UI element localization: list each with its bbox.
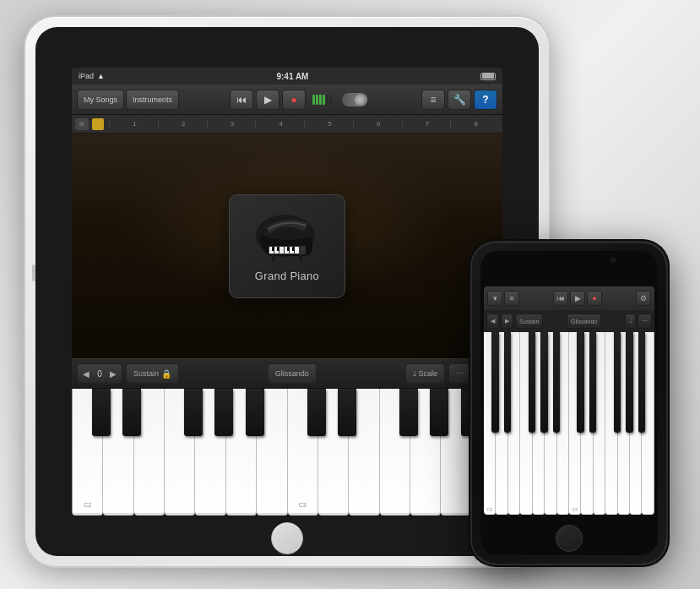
transport-controls: ⏮ ▶ ● (230, 90, 306, 110)
iphone-rewind-icon: ⏮ (557, 294, 565, 303)
octave-up-button[interactable]: ▶ (107, 369, 119, 379)
ruler-mark-7: 7 (402, 120, 451, 128)
glissando-label: Glissando (275, 369, 309, 378)
toolbar-right: ≡ 🔧 ? (421, 90, 497, 110)
iphone-glissando-label: Glissando (571, 319, 597, 324)
record-button[interactable]: ● (282, 90, 306, 110)
svg-rect-12 (272, 254, 275, 261)
iphone-octave-up[interactable]: ▶ (501, 314, 513, 329)
wrench-button[interactable]: 🔧 (448, 90, 471, 110)
iphone-chord-btn[interactable]: ⋯ (638, 314, 652, 329)
chord-button[interactable]: ⋯ (448, 363, 471, 384)
ruler-mark-6: 6 (353, 120, 402, 128)
ruler-mark-4: 4 (255, 120, 304, 128)
iphone-list-icon: ≡ (509, 294, 513, 303)
help-button[interactable]: ? (474, 90, 497, 110)
iphone-black-key[interactable] (614, 332, 621, 433)
lock-icon: 🔒 (161, 369, 171, 379)
meter-bar-3 (319, 95, 322, 105)
scale-button[interactable]: ♩ Scale (405, 363, 446, 384)
iphone-black-key[interactable] (553, 332, 561, 433)
ruler-mark-1: 1 (109, 120, 158, 128)
iphone-down-icon: ▾ (493, 294, 497, 303)
instrument-card[interactable]: Grand Piano (229, 194, 345, 298)
iphone-play-btn[interactable]: ▶ (570, 291, 585, 306)
ipad-device: iPad ▲ 9:41 AM My Songs Instruments (25, 17, 549, 566)
play-button[interactable]: ▶ (256, 90, 279, 110)
iphone-toolbar: ▾ ≡ ⏮ ▶ ● ⚙ (484, 286, 654, 310)
white-key-c2[interactable]: C2 (72, 389, 103, 515)
iphone-black-key[interactable] (491, 332, 499, 433)
iphone-settings-btn[interactable]: ⚙ (636, 291, 651, 306)
white-key-f3[interactable] (380, 389, 410, 515)
iphone-device: ▾ ≡ ⏮ ▶ ● ⚙ (472, 243, 666, 564)
white-key-c3[interactable]: C3 (288, 389, 318, 515)
iphone-key-label-c4: C4 (572, 507, 577, 512)
white-key-b2[interactable] (257, 389, 287, 515)
rewind-button[interactable]: ⏮ (230, 90, 253, 110)
meter-bar-6 (329, 95, 332, 105)
iphone-nav-btn1[interactable]: ▾ (487, 291, 502, 306)
octave-control[interactable]: ◀ 0 ▶ (77, 363, 122, 384)
octave-down-button[interactable]: ◀ (80, 369, 92, 379)
iphone-home-button[interactable] (556, 525, 583, 552)
iphone-record-btn[interactable]: ● (587, 291, 602, 306)
iphone-black-key[interactable] (540, 332, 548, 433)
iphone-nav-btn2[interactable]: ≡ (504, 291, 519, 306)
scene: iPad ▲ 9:41 AM My Songs Instruments (0, 0, 700, 589)
white-key-e2[interactable] (134, 389, 165, 515)
svg-rect-10 (287, 247, 290, 251)
white-key-a3[interactable] (441, 389, 471, 515)
white-key-f2[interactable] (165, 389, 195, 515)
controls-strip: ◀ 0 ▶ Sustain 🔒 Glissando ♩ Scale (72, 358, 502, 389)
white-key-g2[interactable] (195, 389, 225, 515)
white-key-e3[interactable] (349, 389, 379, 515)
battery-icon (480, 73, 496, 80)
iphone-black-key[interactable] (577, 332, 584, 433)
iphone-key-label-c3: C3 (487, 507, 492, 512)
meter-bar-2 (316, 95, 318, 105)
instruments-button[interactable]: Instruments (126, 90, 179, 110)
iphone-rewind-btn[interactable]: ⏮ (553, 291, 568, 306)
my-songs-button[interactable]: My Songs (77, 90, 124, 110)
white-key-a2[interactable] (226, 389, 257, 515)
white-key-d3[interactable] (318, 389, 349, 515)
scale-icon: ♩ (413, 369, 416, 378)
sustain-button[interactable]: Sustain 🔒 (126, 363, 179, 384)
key-label-c2: C2 (84, 502, 91, 508)
white-key-d2[interactable] (103, 389, 133, 515)
time-display: 9:41 AM (276, 72, 308, 81)
svg-rect-13 (299, 254, 302, 261)
iphone-glissando-btn[interactable]: Glissando (567, 314, 601, 329)
iphone-sustain-btn[interactable]: Sustain (515, 314, 543, 329)
iphone-black-key[interactable] (504, 332, 512, 433)
status-bar: iPad ▲ 9:41 AM (72, 68, 502, 85)
status-right (480, 73, 496, 80)
iphone-record-icon: ● (592, 294, 596, 303)
ipad-home-button[interactable] (271, 522, 303, 554)
svg-rect-9 (277, 247, 279, 251)
white-key-g3[interactable] (410, 389, 441, 515)
iphone-gear-icon: ⚙ (640, 294, 647, 303)
iphone-black-key[interactable] (626, 332, 633, 433)
iphone-scale-btn[interactable]: ♩ (625, 314, 636, 329)
iphone-controls: ◀ ▶ Sustain Glissando ♩ ⋯ (484, 310, 654, 332)
instrument-name: Grand Piano (255, 270, 319, 282)
iphone-black-key[interactable] (638, 332, 646, 433)
meter-bar-1 (312, 95, 315, 105)
mixer-button[interactable]: ≡ (421, 90, 445, 110)
master-volume-knob[interactable] (342, 93, 367, 106)
meter-bar-4 (323, 95, 325, 105)
ruler-icon: ⊞ (75, 118, 89, 130)
ruler-mark-8: 8 (450, 120, 499, 128)
chord-icon: ⋯ (456, 369, 464, 378)
iphone-octave-down[interactable]: ◀ (486, 314, 499, 329)
white-keys-row: C2 C3 (72, 389, 502, 515)
scale-label: Scale (419, 369, 438, 378)
help-icon: ? (482, 94, 488, 106)
iphone-black-key[interactable] (529, 332, 536, 433)
iphone-black-keys (484, 332, 654, 433)
wrench-icon: 🔧 (453, 94, 466, 106)
glissando-button[interactable]: Glissando (268, 363, 317, 384)
iphone-black-key[interactable] (589, 332, 597, 433)
